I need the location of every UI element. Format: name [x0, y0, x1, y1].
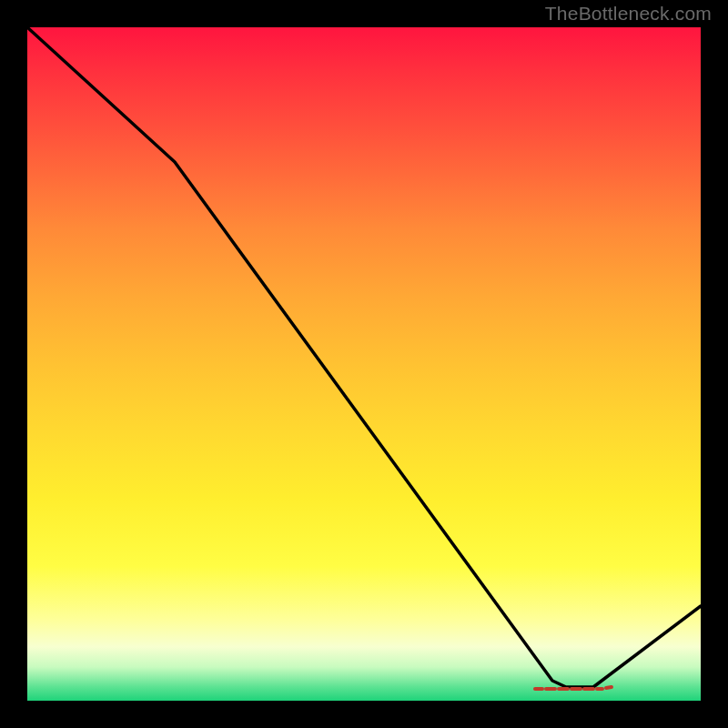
chart-svg [27, 27, 701, 701]
chart-line [27, 27, 701, 687]
minimum-marker [535, 687, 612, 689]
chart-frame: TheBottleneck.com [0, 0, 728, 728]
watermark-text: TheBottleneck.com [545, 3, 712, 25]
svg-line-6 [606, 687, 612, 688]
plot-area [27, 27, 701, 701]
